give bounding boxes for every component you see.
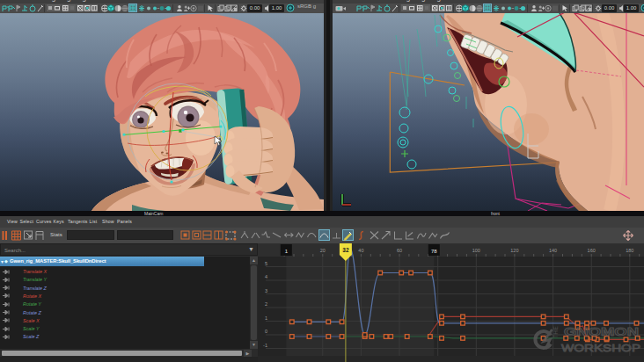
svg-text:120: 120 [510,248,518,253]
svg-text:32: 32 [342,247,349,253]
svg-text:60: 60 [397,248,402,253]
svg-text:3: 3 [265,288,267,293]
svg-text:0: 0 [265,329,267,334]
svg-text:1: 1 [265,315,267,321]
svg-text:180: 180 [626,248,633,253]
svg-text:THE: THE [553,326,559,338]
svg-text:WORKSHOP: WORKSHOP [561,343,640,353]
svg-text:20: 20 [320,248,326,253]
svg-text:78: 78 [431,249,437,254]
svg-text:2: 2 [265,301,267,307]
svg-text:-1: -1 [263,343,267,348]
svg-text:5: 5 [265,261,267,266]
svg-text:4: 4 [265,274,267,279]
svg-text:140: 140 [549,248,557,253]
svg-text:GNOMON: GNOMON [564,326,639,338]
svg-text:160: 160 [588,248,596,253]
svg-text:40: 40 [358,248,363,253]
svg-text:100: 100 [472,248,480,253]
